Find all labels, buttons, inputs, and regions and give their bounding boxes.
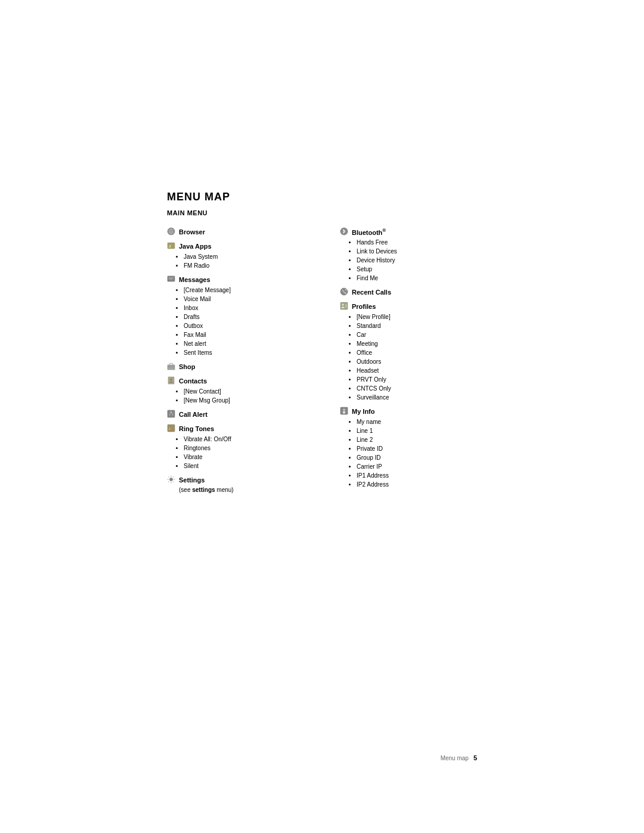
- svg-text:J: J: [169, 244, 171, 248]
- call-alert-label: Call Alert: [179, 411, 208, 418]
- my-info-icon: [340, 407, 349, 416]
- ring-tones-label: Ring Tones: [179, 425, 214, 432]
- menu-item-browser: Browser: [167, 227, 304, 237]
- menu-item-java-apps: J Java Apps: [167, 241, 304, 251]
- menu-item-contacts: Contacts: [167, 376, 304, 386]
- contacts-list: [New Contact] [New Msg Group]: [179, 387, 304, 405]
- contacts-label: Contacts: [179, 377, 207, 385]
- list-item: Meeting: [357, 339, 477, 348]
- list-item: Java System: [184, 252, 304, 261]
- list-item: IP2 Address: [357, 480, 477, 489]
- menu-item-profiles: Profiles: [340, 302, 477, 311]
- menu-item-my-info: My Info: [340, 407, 477, 416]
- list-item: CNTCS Only: [357, 384, 477, 393]
- list-item: Headset: [357, 366, 477, 375]
- ring-tones-icon: ♪: [167, 424, 177, 433]
- list-item: Line 1: [357, 426, 477, 435]
- list-item: Car: [357, 330, 477, 339]
- messages-icon: [167, 275, 177, 284]
- call-alert-icon: [167, 410, 177, 419]
- list-item: Voice Mail: [184, 295, 304, 304]
- browser-label: Browser: [179, 228, 205, 236]
- menu-item-messages: Messages: [167, 275, 304, 284]
- svg-point-27: [343, 409, 345, 411]
- menu-item-ring-tones: ♪ Ring Tones: [167, 424, 304, 433]
- browser-icon: [167, 227, 177, 237]
- svg-point-18: [340, 228, 348, 235]
- page-container: MENU MAP MAIN MENU: [0, 0, 644, 833]
- svg-point-17: [170, 478, 173, 481]
- list-item: Vibrate All: On/Off: [184, 435, 304, 444]
- list-item: Find Me: [357, 274, 477, 283]
- list-item: Silent: [184, 462, 304, 470]
- list-item: IP1 Address: [357, 471, 477, 480]
- list-item: Office: [357, 348, 477, 357]
- menu-item-recent-calls: Recent Calls: [340, 287, 477, 297]
- messages-list: [Create Message] Voice Mail Inbox Drafts…: [179, 286, 304, 357]
- list-item: Private ID: [357, 444, 477, 453]
- list-item: Link to Devices: [357, 247, 477, 256]
- list-item: Setup: [357, 265, 477, 274]
- profiles-icon: [340, 302, 349, 311]
- list-item: PRVT Only: [357, 375, 477, 384]
- settings-label: Settings: [179, 476, 205, 484]
- list-item: Fax Mail: [184, 330, 304, 339]
- list-item: Carrier IP: [357, 462, 477, 471]
- recent-calls-label: Recent Calls: [352, 289, 391, 296]
- list-item: My name: [357, 417, 477, 426]
- shop-icon: [167, 362, 177, 371]
- list-item: Outbox: [184, 321, 304, 330]
- list-item: Line 2: [357, 435, 477, 444]
- list-item: FM Radio: [184, 261, 304, 270]
- right-column: Bluetooth® Hands Free Link to Devices De…: [340, 222, 477, 491]
- svg-point-12: [170, 379, 172, 381]
- list-item: Hands Free: [357, 238, 477, 247]
- menu-item-call-alert: Call Alert: [167, 410, 304, 419]
- svg-rect-13: [168, 410, 175, 417]
- menu-item-shop: Shop: [167, 362, 304, 371]
- settings-note: (see settings menu): [179, 486, 304, 494]
- list-item: Standard: [357, 321, 477, 330]
- menu-item-bluetooth: Bluetooth®: [340, 227, 477, 237]
- java-apps-label: Java Apps: [179, 243, 212, 250]
- content-area: MENU MAP MAIN MENU: [0, 0, 644, 614]
- list-item: Sent Items: [184, 348, 304, 357]
- contacts-icon: [167, 376, 177, 386]
- list-item: [New Profile]: [357, 312, 477, 321]
- page-footer: Menu map 5: [441, 754, 477, 761]
- bluetooth-list: Hands Free Link to Devices Device Histor…: [352, 238, 477, 283]
- menu-item-settings: Settings: [167, 475, 304, 485]
- settings-icon: [167, 475, 177, 485]
- svg-point-14: [171, 411, 172, 413]
- list-item: Surveillance: [357, 393, 477, 402]
- svg-rect-9: [168, 365, 175, 370]
- list-item: Group ID: [357, 453, 477, 462]
- java-apps-list: Java System FM Radio: [179, 252, 304, 270]
- list-item: [Create Message]: [184, 286, 304, 295]
- list-item: [New Contact]: [184, 387, 304, 396]
- my-info-label: My Info: [352, 408, 375, 415]
- list-item: Ringtones: [184, 444, 304, 453]
- my-info-list: My name Line 1 Line 2 Private ID Group I…: [352, 417, 477, 489]
- svg-rect-6: [168, 276, 175, 281]
- recent-calls-icon: [340, 287, 349, 297]
- list-item: Device History: [357, 256, 477, 265]
- svg-point-22: [342, 304, 344, 306]
- bluetooth-icon: [340, 227, 349, 237]
- left-column: Browser J Java Apps Java System FM Radio: [167, 222, 304, 494]
- list-item: Net alert: [184, 339, 304, 348]
- messages-label: Messages: [179, 276, 210, 283]
- list-item: Outdoors: [357, 357, 477, 366]
- java-icon: J: [167, 241, 177, 251]
- bluetooth-label: Bluetooth®: [352, 228, 386, 236]
- svg-rect-28: [343, 411, 345, 414]
- list-item: [New Msg Group]: [184, 396, 304, 405]
- page-title: MENU MAP: [167, 191, 477, 203]
- profiles-list: [New Profile] Standard Car Meeting Offic…: [352, 312, 477, 402]
- ring-tones-list: Vibrate All: On/Off Ringtones Vibrate Si…: [179, 435, 304, 470]
- profiles-label: Profiles: [352, 303, 376, 310]
- list-item: Inbox: [184, 304, 304, 312]
- page-number: 5: [473, 754, 477, 761]
- list-item: Vibrate: [184, 453, 304, 462]
- svg-text:♪: ♪: [169, 426, 171, 431]
